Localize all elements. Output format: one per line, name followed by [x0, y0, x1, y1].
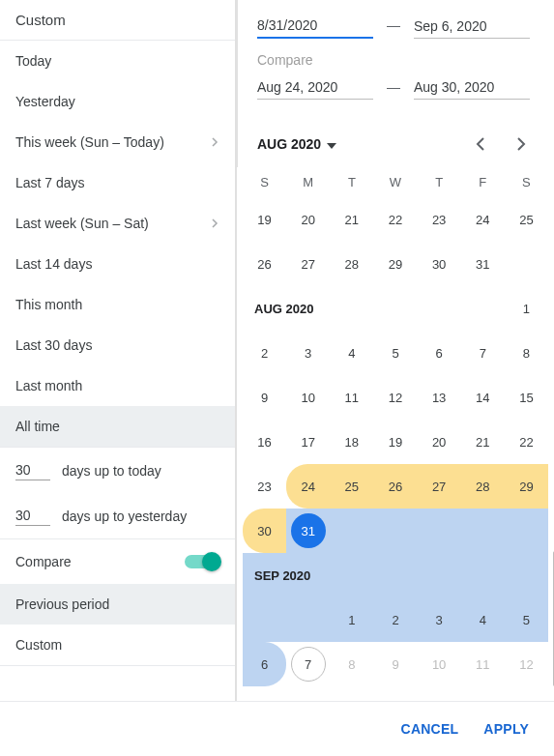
day-cell[interactable]: 24: [286, 464, 330, 509]
primary-range-inputs: —: [257, 12, 535, 39]
preset-all-time[interactable]: All time: [0, 406, 235, 447]
day-cell[interactable]: 11: [461, 642, 505, 686]
day-cell: [505, 553, 548, 597]
day-cell: [418, 509, 461, 553]
day-cell[interactable]: 8: [505, 331, 548, 375]
day-cell[interactable]: 6: [418, 331, 461, 375]
day-cell[interactable]: 24: [461, 197, 505, 242]
preset-last7[interactable]: Last 7 days: [0, 162, 235, 203]
preset-last30[interactable]: Last 30 days: [0, 325, 235, 365]
day-cell[interactable]: 3: [286, 331, 330, 375]
day-cell[interactable]: 21: [461, 420, 505, 464]
day-cell[interactable]: 22: [373, 197, 417, 242]
preset-last14[interactable]: Last 14 days: [0, 244, 235, 284]
day-cell[interactable]: 29: [505, 464, 548, 509]
compare-previous-period[interactable]: Previous period: [0, 584, 235, 625]
day-cell-start[interactable]: 31: [286, 509, 330, 553]
day-cell[interactable]: 12: [505, 642, 548, 686]
preset-yesterday[interactable]: Yesterday: [0, 81, 235, 122]
day-cell[interactable]: 5: [373, 331, 417, 375]
day-cell-today[interactable]: 7: [286, 642, 330, 686]
compare-switch[interactable]: [185, 552, 219, 571]
day-cell: [286, 597, 330, 642]
day-cell[interactable]: 11: [330, 375, 373, 420]
day-cell[interactable]: 1: [330, 597, 373, 642]
day-cell[interactable]: 10: [286, 375, 330, 420]
dow-cell: T: [330, 175, 373, 189]
month-selector[interactable]: AUG 2020: [257, 136, 336, 152]
day-cell[interactable]: 22: [505, 420, 548, 464]
day-cell[interactable]: 3: [418, 597, 461, 642]
dow-cell: M: [286, 175, 330, 189]
range-start-input[interactable]: [257, 12, 373, 39]
preset-custom-header[interactable]: Custom: [0, 0, 235, 40]
day-cell[interactable]: 2: [243, 331, 286, 375]
next-month-button[interactable]: [508, 131, 535, 158]
day-cell[interactable]: 27: [418, 464, 461, 509]
cancel-button[interactable]: CANCEL: [401, 721, 459, 737]
day-cell[interactable]: 14: [461, 375, 505, 420]
day-cell[interactable]: 23: [243, 464, 286, 509]
day-cell[interactable]: 10: [418, 642, 461, 686]
day-cell[interactable]: 30: [418, 242, 461, 286]
today-circle: 7: [291, 647, 326, 682]
day-cell[interactable]: 31: [461, 242, 505, 286]
day-cell[interactable]: 29: [373, 242, 417, 286]
day-cell[interactable]: 21: [330, 197, 373, 242]
preset-label: All time: [15, 419, 60, 434]
day-cell[interactable]: 30: [243, 509, 286, 553]
day-row: 26 27 28 29 30 31: [243, 242, 548, 286]
day-num: 7: [305, 657, 311, 672]
preset-this-week[interactable]: This week (Sun – Today): [0, 122, 235, 162]
day-cell[interactable]: 17: [286, 420, 330, 464]
day-num: 30: [257, 524, 271, 538]
day-cell[interactable]: 18: [330, 420, 373, 464]
day-cell[interactable]: 13: [418, 375, 461, 420]
day-cell[interactable]: 9: [243, 375, 286, 420]
day-cell[interactable]: 28: [330, 242, 373, 286]
day-cell[interactable]: 19: [243, 197, 286, 242]
day-cell-end[interactable]: 6: [243, 642, 286, 686]
day-cell[interactable]: 16: [243, 420, 286, 464]
day-row: 2 3 4 5 6 7 8: [243, 331, 548, 375]
day-cell[interactable]: 23: [418, 197, 461, 242]
day-cell: [505, 509, 548, 553]
day-cell[interactable]: 20: [286, 197, 330, 242]
preset-today[interactable]: Today: [0, 41, 235, 81]
day-cell[interactable]: 26: [373, 464, 417, 509]
range-dash: —: [387, 79, 400, 95]
preset-last-month[interactable]: Last month: [0, 365, 235, 406]
days-up-today-input[interactable]: [15, 460, 50, 480]
day-cell[interactable]: 7: [461, 331, 505, 375]
day-cell[interactable]: 20: [418, 420, 461, 464]
day-cell[interactable]: 15: [505, 375, 548, 420]
apply-button[interactable]: APPLY: [483, 721, 529, 737]
range-end-input[interactable]: [414, 13, 530, 39]
day-cell[interactable]: 8: [330, 642, 373, 686]
preset-last-week[interactable]: Last week (Sun – Sat): [0, 203, 235, 244]
day-cell[interactable]: 5: [505, 597, 548, 642]
day-cell[interactable]: 1: [505, 286, 548, 331]
day-cell[interactable]: 2: [373, 597, 417, 642]
preset-this-month[interactable]: This month: [0, 284, 235, 325]
compare-label: Compare: [15, 554, 72, 569]
day-cell[interactable]: 4: [330, 331, 373, 375]
day-cell[interactable]: 9: [373, 642, 417, 686]
compare-custom[interactable]: Custom: [0, 625, 235, 665]
calendar-pane: — Compare — AUG 2020: [237, 0, 554, 701]
day-cell[interactable]: 19: [373, 420, 417, 464]
compare-start-input[interactable]: [257, 73, 373, 100]
picker-body: Custom Today Yesterday This week (Sun – …: [0, 0, 554, 701]
day-cell[interactable]: 26: [243, 242, 286, 286]
days-up-yesterday-label: days up to yesterday: [62, 509, 187, 524]
day-cell[interactable]: 12: [373, 375, 417, 420]
days-up-yesterday-input[interactable]: [15, 506, 50, 526]
day-cell[interactable]: 25: [330, 464, 373, 509]
day-cell[interactable]: 28: [461, 464, 505, 509]
compare-end-input[interactable]: [414, 73, 530, 100]
preset-label: Custom: [15, 637, 62, 653]
day-cell[interactable]: 4: [461, 597, 505, 642]
day-cell[interactable]: 27: [286, 242, 330, 286]
prev-month-button[interactable]: [467, 131, 494, 158]
day-cell[interactable]: 25: [505, 197, 548, 242]
